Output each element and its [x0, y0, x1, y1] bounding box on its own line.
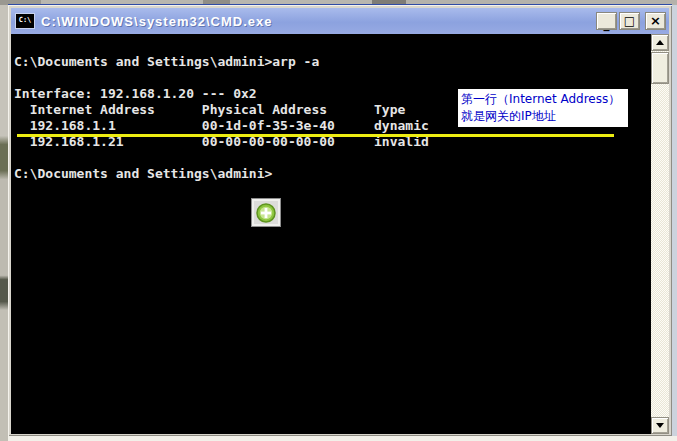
- zoom-in-overlay-button[interactable]: [251, 198, 281, 227]
- annotation-line-1: 第一行（Internet Address）: [461, 91, 625, 108]
- maximize-button[interactable]: □: [619, 12, 640, 30]
- vertical-scrollbar[interactable]: [651, 34, 669, 434]
- console-line-blank: [14, 150, 429, 166]
- highlight-underline: [17, 134, 614, 137]
- scrollbar-thumb[interactable]: [651, 52, 669, 84]
- annotation-note: 第一行（Internet Address） 就是网关的IP地址: [458, 89, 628, 127]
- console-line-command: C:\Documents and Settings\admini>arp -a: [14, 54, 429, 70]
- page-background-right: [672, 5, 677, 436]
- minimize-button[interactable]: _: [596, 12, 617, 30]
- console-line-table-header: Internet Address Physical Address Type: [14, 102, 429, 118]
- close-button[interactable]: ×: [645, 12, 666, 30]
- console-line-arp-row-gateway: 192.168.1.1 00-1d-0f-35-3e-40 dynamic: [14, 118, 429, 134]
- console-line-prompt: C:\Documents and Settings\admini>: [14, 166, 429, 182]
- page-background-bottom: [8, 436, 677, 441]
- annotation-line-2: 就是网关的IP地址: [461, 108, 625, 125]
- scroll-up-button[interactable]: [651, 34, 669, 51]
- console-line-blank: [14, 70, 429, 86]
- cmd-icon: C:\: [15, 13, 35, 29]
- title-bar[interactable]: C:\ C:\WINDOWS\system32\CMD.exe _ □ ×: [11, 8, 669, 34]
- window-controls: _ □ ×: [596, 12, 666, 30]
- console-line-interface: Interface: 192.168.1.20 --- 0x2: [14, 86, 429, 102]
- page-background-left: [0, 5, 8, 441]
- console-screen[interactable]: C:\Documents and Settings\admini>arp -a …: [11, 34, 669, 434]
- console-output: C:\Documents and Settings\admini>arp -a …: [14, 54, 429, 182]
- cmd-window: C:\ C:\WINDOWS\system32\CMD.exe _ □ × C:…: [8, 4, 672, 436]
- scroll-down-button[interactable]: [651, 417, 669, 434]
- window-title: C:\WINDOWS\system32\CMD.exe: [41, 14, 596, 29]
- arrow-down-icon: [656, 423, 664, 428]
- screenshot-root: C:\ C:\WINDOWS\system32\CMD.exe _ □ × C:…: [0, 0, 677, 441]
- zoom-in-icon: [255, 202, 277, 224]
- arrow-up-icon: [656, 40, 664, 45]
